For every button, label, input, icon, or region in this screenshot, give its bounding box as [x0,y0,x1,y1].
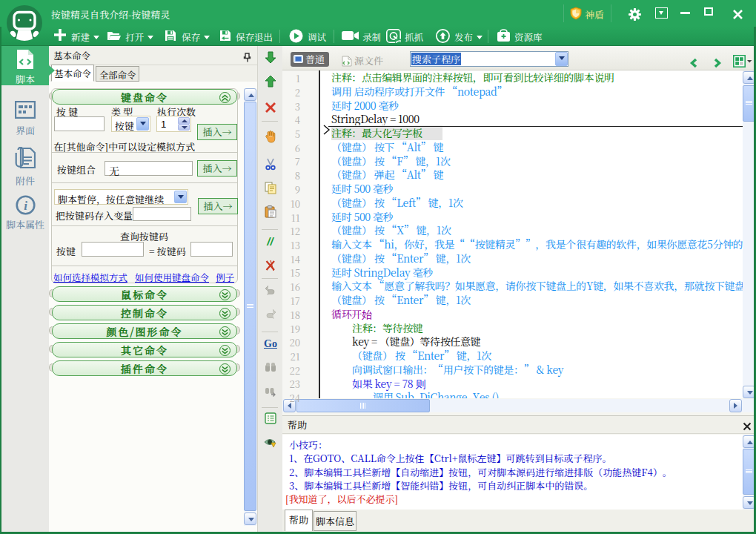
svg-text:i: i [24,199,27,213]
